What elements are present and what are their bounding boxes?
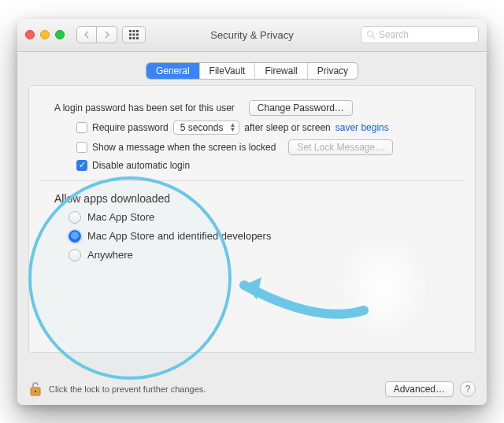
svg-rect-7 xyxy=(133,37,135,39)
titlebar: Security & Privacy Search xyxy=(17,19,487,52)
change-password-button[interactable]: Change Password… xyxy=(249,100,353,116)
help-button[interactable]: ? xyxy=(460,381,476,397)
search-placeholder: Search xyxy=(379,29,409,40)
tab-general[interactable]: General xyxy=(146,63,200,79)
svg-rect-2 xyxy=(136,30,139,32)
tab-filevault[interactable]: FileVault xyxy=(200,63,256,79)
chevron-updown-icon: ▲▼ xyxy=(229,123,235,132)
minimize-icon[interactable] xyxy=(40,30,50,39)
forward-button[interactable] xyxy=(97,26,117,43)
option-label-1: Mac App Store and identified developers xyxy=(87,230,271,242)
tab-bar: General FileVault Firewall Privacy xyxy=(17,63,487,79)
allow-apps-section: Allow apps downloaded Mac App Store Mac … xyxy=(54,192,464,262)
window-controls xyxy=(25,30,65,39)
require-password-select-value: 5 seconds xyxy=(180,122,224,133)
radio-selected-icon xyxy=(69,230,81,243)
svg-rect-4 xyxy=(133,34,135,36)
close-icon[interactable] xyxy=(25,30,35,39)
search-icon xyxy=(366,30,376,39)
disable-auto-label: Disable automatic login xyxy=(92,160,190,171)
footer: Click the lock to prevent further change… xyxy=(28,381,476,397)
allow-apps-heading: Allow apps downloaded xyxy=(54,192,464,205)
lock-open-icon[interactable] xyxy=(28,381,43,397)
require-password-label: Require password xyxy=(92,122,169,133)
svg-line-10 xyxy=(372,36,375,39)
tab-firewall[interactable]: Firewall xyxy=(255,63,307,79)
svg-rect-0 xyxy=(129,30,132,32)
require-password-select[interactable]: 5 seconds ▲▼ xyxy=(173,121,240,135)
require-password-checkbox[interactable] xyxy=(76,122,87,133)
zoom-icon[interactable] xyxy=(55,30,65,39)
set-lock-message-button[interactable]: Set Lock Message… xyxy=(288,139,393,155)
search-input[interactable]: Search xyxy=(361,26,479,43)
svg-point-12 xyxy=(35,390,37,392)
show-message-label: Show a message when the screen is locked xyxy=(92,142,276,153)
svg-rect-5 xyxy=(136,34,139,36)
svg-rect-6 xyxy=(129,37,132,39)
option-label-0: Mac App Store xyxy=(87,211,154,223)
preferences-window: Security & Privacy Search General FileVa… xyxy=(17,19,487,405)
option-label-2: Anywhere xyxy=(87,249,133,261)
svg-rect-1 xyxy=(133,30,135,32)
option-anywhere[interactable]: Anywhere xyxy=(69,249,464,262)
require-password-after: after sleep or screen xyxy=(244,122,330,133)
radio-icon xyxy=(69,249,81,262)
lock-text: Click the lock to prevent further change… xyxy=(49,384,206,394)
advanced-button[interactable]: Advanced… xyxy=(385,381,454,397)
svg-rect-3 xyxy=(129,34,132,36)
disable-auto-checkbox[interactable]: ✓ xyxy=(76,160,87,171)
option-mac-app-store[interactable]: Mac App Store xyxy=(69,211,464,224)
show-all-button[interactable] xyxy=(122,26,146,43)
option-mac-app-store-identified[interactable]: Mac App Store and identified developers xyxy=(69,230,464,243)
nav-buttons xyxy=(76,26,117,43)
show-message-checkbox[interactable] xyxy=(76,142,87,153)
radio-icon xyxy=(69,211,81,224)
svg-rect-8 xyxy=(136,37,139,39)
show-message-row: Show a message when the screen is locked… xyxy=(76,139,464,155)
separator xyxy=(40,180,464,181)
require-password-row: Require password 5 seconds ▲▼ after slee… xyxy=(76,121,464,135)
general-pane: A login password has been set for this u… xyxy=(28,85,476,353)
back-button[interactable] xyxy=(76,26,97,43)
tab-privacy[interactable]: Privacy xyxy=(308,63,358,79)
disable-auto-row: ✓ Disable automatic login xyxy=(76,160,464,171)
login-password-text: A login password has been set for this u… xyxy=(54,102,235,113)
screensaver-link[interactable]: saver begins xyxy=(335,122,389,133)
svg-point-9 xyxy=(368,32,373,37)
login-password-row: A login password has been set for this u… xyxy=(54,100,464,116)
